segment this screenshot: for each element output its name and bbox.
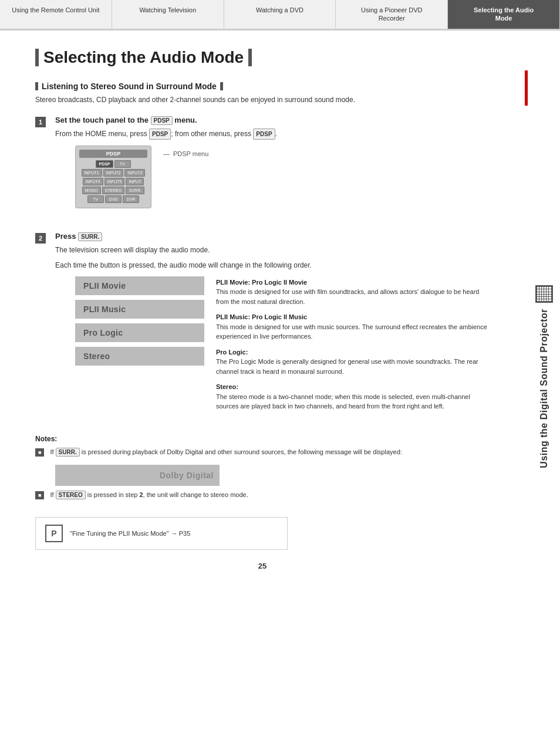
dvd-btn: DVD [105,195,122,203]
pdsp-menu-label: PDSP menu [173,150,208,157]
arrow-label: — [163,150,170,157]
input5-btn: INPUT5 [104,178,125,185]
input2-btn: INPUT2 [103,169,124,177]
note-item-1: ■ If SURR. is pressed during playback of… [35,448,490,457]
notes-section: Notes: ■ If SURR. is pressed during play… [35,435,490,499]
remote-device: PDSP PDSP TV INPUT1 INPUT2 INPUT3 INPUT4… [75,146,151,208]
note-item-2: ■ If STEREO is pressed in step 2, the un… [35,491,490,499]
section-intro: Stereo broadcasts, CD playback and other… [35,96,490,104]
step-2: 2 Press SURR. The television screen will… [35,232,490,423]
surr-btn: SURR. [126,187,144,194]
mode-pro-logic: Pro Logic [75,323,204,342]
reference-icon: P [45,525,63,542]
pdsp-other-btn: PDSP [253,129,275,140]
sidebar-label: Using the Digital Sound Projector [539,309,549,468]
reference-text: "Fine Tuning the PLII Music Mode" → P35 [70,530,190,537]
note-text-2: If STEREO is pressed in step 2, the unit… [50,491,248,499]
step-number-1: 1 [35,117,46,127]
page-title: Selecting the Audio Mode [35,48,490,67]
title-bar-right [248,49,252,66]
mode-desc-plii-music: PLII Music: Pro Logic II Music This mode… [216,311,490,342]
main-content: Selecting the Audio Mode Listening to St… [0,31,525,606]
step-1-title: Set the touch panel to the PDSP menu. [55,116,490,125]
top-navigation: Using the Remote Control Unit Watching T… [0,0,560,31]
input1-btn: INPUT1 [82,169,102,177]
remote-header: PDSP [79,150,147,158]
dolby-digital-display: Dolby Digital [55,465,220,486]
title-bar-left [35,49,39,66]
input3-btn: INPUT3 [124,169,145,177]
right-sidebar: Using the Digital Sound Projector [528,70,560,683]
stereo-btn: STEREO [102,187,125,194]
mode-descriptions: PLII Movie: Pro Logic II Movie This mode… [216,276,490,411]
step-1: 1 Set the touch panel to the PDSP menu. … [35,116,490,220]
surr-note-btn: SURR. [56,448,80,457]
page-number: 25 [35,562,490,582]
nav-item-pioneer-dvd[interactable]: Using a Pioneer DVDRecorder [336,0,448,29]
mode-desc-stereo: Stereo: The stereo mode is a two-channel… [216,381,490,411]
pdsp-button-inline: PDSP [151,116,173,125]
note-text-1: If SURR. is pressed during playback of D… [50,448,402,457]
input-btn: INPUT [126,178,144,185]
section-heading: Listening to Stereo Sound in Surround Mo… [35,82,490,91]
section-bar-right [220,82,223,90]
mode-desc-plii-movie: PLII Movie: Pro Logic II Movie This mode… [216,276,490,307]
step-2-title: Press SURR. [55,232,490,241]
tv2-btn: TV [87,195,104,203]
pdsp-home-btn: PDSP [149,129,171,140]
surr-inline-btn: SURR. [78,232,102,241]
notes-title: Notes: [35,435,490,443]
dvr-btn: DVR [123,195,139,203]
stereo-note-btn: STEREO [56,491,86,499]
step-1-content: Set the touch panel to the PDSP menu. Fr… [55,116,490,220]
nav-item-audio-mode[interactable]: Selecting the AudioMode [448,0,560,29]
step-2-desc1: The television screen will display the a… [55,245,490,255]
tv-btn: TV [114,160,131,168]
nav-item-tv[interactable]: Watching Television [112,0,224,29]
note-icon-1: ■ [35,448,44,457]
input4-btn: INPUT4 [83,178,103,185]
mode-stereo: Stereo [75,347,204,366]
remote-image: PDSP PDSP TV INPUT1 INPUT2 INPUT3 INPUT4… [75,146,490,208]
step-1-desc: From the HOME menu, press PDSP; from oth… [55,129,490,140]
mono-btn: MONO [82,187,101,194]
grid-icon [535,285,553,303]
section-bar-left [35,82,38,90]
sidebar-accent [525,70,528,106]
pdsp-btn: PDSP [96,160,113,168]
audio-modes: PLII Movie PLII Music Pro Logic Stereo P… [75,276,490,411]
mode-list: PLII Movie PLII Music Pro Logic Stereo [75,276,204,411]
step-number-2: 2 [35,233,46,244]
nav-item-remote[interactable]: Using the Remote Control Unit [0,0,112,29]
note-icon-2: ■ [35,491,44,499]
step-2-content: Press SURR. The television screen will d… [55,232,490,423]
step-2-desc2: Each time the button is pressed, the aud… [55,260,490,271]
reference-box: P "Fine Tuning the PLII Music Mode" → P3… [35,517,288,550]
nav-item-dvd[interactable]: Watching a DVD [224,0,336,29]
mode-plii-music: PLII Music [75,300,204,319]
mode-desc-pro-logic: Pro Logic: The Pro Logic Mode is general… [216,346,490,377]
mode-plii-movie: PLII Movie [75,276,204,295]
